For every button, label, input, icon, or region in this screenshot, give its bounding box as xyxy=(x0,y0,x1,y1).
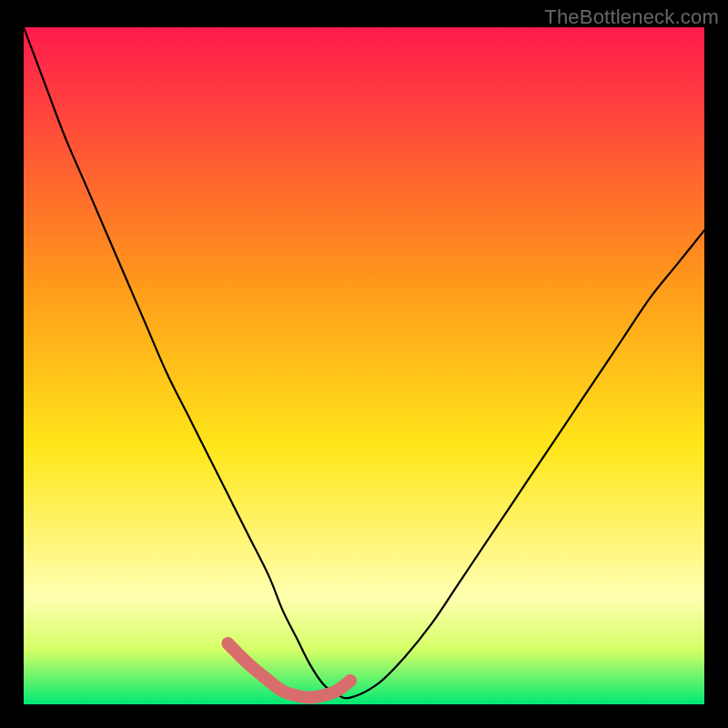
chart-container: TheBottleneck.com xyxy=(0,0,728,728)
watermark-text: TheBottleneck.com xyxy=(544,5,719,29)
bottleneck-curve xyxy=(24,27,704,704)
plot-area xyxy=(24,27,704,704)
